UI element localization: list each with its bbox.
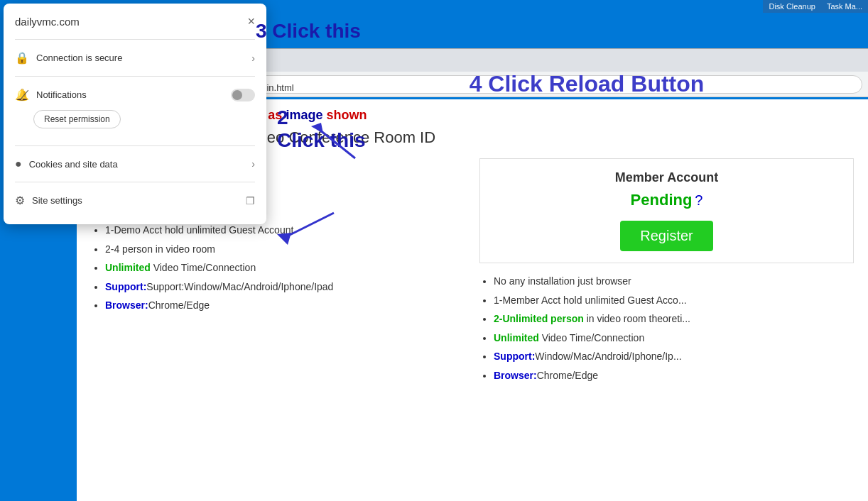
right-bullet-list: No any installation just browser 1-Membe… [479,272,854,385]
popup-header: dailyvmc.com × [15,15,255,28]
popup-connection-left: 🔒 Connection is secure [15,51,122,65]
member-box: Member Account Pending ? Register [479,158,854,263]
right-bullet-6: Browser:Chrome/Edge [494,366,854,385]
toggle-knob [232,90,242,100]
site-settings-external-icon: ❐ [246,195,255,207]
right-column: Member Account Pending ? Register No any… [479,158,854,385]
cookie-icon: ● [15,158,22,170]
popup-divider1 [15,39,255,40]
arrow2-icon [270,206,341,248]
right-bullet-3: 2-Unlimited person in video room theoret… [494,309,854,329]
popup-cookies-left: ● Cookies and site data [15,158,118,170]
step4-annotation: 4 Click Reload Button [305,71,868,97]
cookies-label: Cookies and site data [29,159,118,170]
gear-icon: ⚙ [15,194,25,207]
notifications-label: Notifications [36,89,87,100]
popup-divider3 [15,145,255,146]
popup-connection-row[interactable]: 🔒 Connection is secure › [15,45,255,70]
svg-marker-5 [311,123,323,133]
top-bar-item: Disk Cleanup [769,2,815,11]
svg-line-4 [320,130,355,158]
step3-number: 3 [256,20,267,42]
step3-annotation: 3 Click this [256,20,361,43]
register-button[interactable]: Register [620,221,712,251]
member-title: Member Account [492,170,842,185]
cookies-chevron-icon: › [251,158,255,170]
left-bullet-5: Browser:Chrome/Edge [105,296,465,315]
popup-cookies-row[interactable]: ● Cookies and site data › [15,152,255,176]
popup-divider4 [15,182,255,182]
bell-icon: 🔔̸ [15,88,29,101]
svg-marker-3 [277,233,291,245]
top-bar: Disk Cleanup Task Ma... [763,0,868,13]
popup-divider2 [15,76,255,77]
connection-label: Connection is secure [36,53,122,63]
notifications-toggle[interactable] [231,89,255,101]
popup-notifications-row[interactable]: 🔔̸ Notifications [15,82,255,107]
svg-line-2 [284,213,334,238]
site-permissions-popup: dailyvmc.com × 🔒 Connection is secure › … [4,4,266,224]
connection-chevron-icon: › [251,53,255,64]
popup-site-settings-row[interactable]: ⚙ Site settings ❐ [15,188,255,213]
right-bullet-2: 1-Member Acct hold unlimited Guest Acco.… [494,291,854,310]
reset-permission-button[interactable]: Reset permission [33,110,121,128]
site-settings-label: Site settings [32,195,82,206]
lock-icon: 🔒 [15,51,29,65]
arrow3-icon [305,119,362,162]
popup-site-settings-left: ⚙ Site settings [15,194,82,207]
top-bar-item: Task Ma... [827,2,862,11]
popup-notifications-left: 🔔̸ Notifications [15,88,87,101]
right-bullet-5: Support:Window/Mac/Android/Iphone/Ip... [494,347,854,366]
popup-close-button[interactable]: × [247,15,255,28]
pending-question[interactable]: ? [695,192,702,208]
popup-domain: dailyvmc.com [15,16,80,28]
left-bullet-4: Support:Support:Window/Mac/Android/Iphon… [105,277,465,297]
right-bullet-4: Unlimited Video Time/Connection [494,329,854,348]
right-bullet-1: No any installation just browser [494,272,854,291]
step3-label: Click this [272,20,360,42]
pending-text: Pending [631,191,693,209]
left-bullet-3: Unlimited Video Time/Connection [105,258,465,277]
